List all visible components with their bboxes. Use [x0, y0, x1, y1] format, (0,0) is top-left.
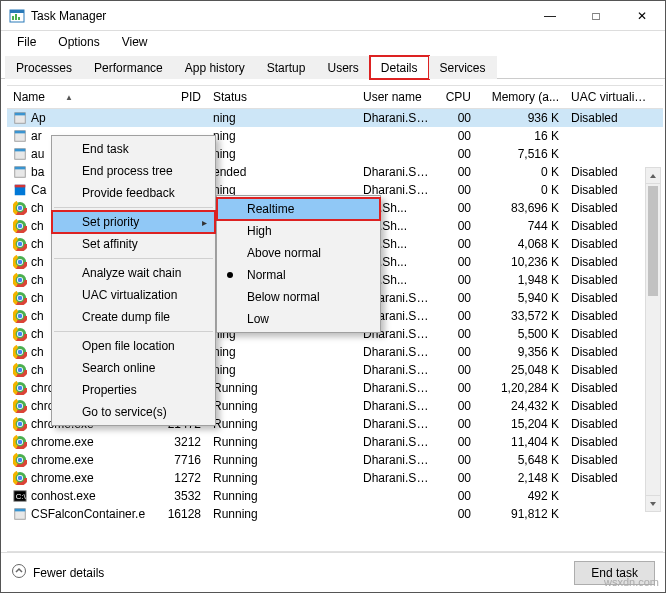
- process-user: Dharani.Sh...: [357, 453, 437, 467]
- scroll-up-icon[interactable]: [646, 168, 660, 184]
- process-icon: [13, 471, 27, 485]
- table-row[interactable]: chrome.exe7716RunningDharani.Sh...005,64…: [7, 451, 663, 469]
- process-user: Dharani.Sh...: [357, 399, 437, 413]
- process-mem: 1,20,284 K: [477, 381, 565, 395]
- process-mem: 11,404 K: [477, 435, 565, 449]
- tab-services[interactable]: Services: [429, 56, 497, 79]
- col-header-cpu[interactable]: CPU: [437, 90, 477, 104]
- process-uac: Disabled: [565, 453, 655, 467]
- minimize-button[interactable]: —: [527, 1, 573, 31]
- col-header-status[interactable]: Status: [207, 90, 357, 104]
- table-row[interactable]: CSFalconContainer.e16128Running0091,812 …: [7, 505, 663, 523]
- svg-point-19: [18, 206, 23, 211]
- process-cpu: 00: [437, 165, 477, 179]
- menu-item-set-priority[interactable]: Set priority: [52, 211, 215, 233]
- process-icon: [13, 327, 27, 341]
- priority-item-high[interactable]: High: [217, 220, 380, 242]
- window-title: Task Manager: [31, 9, 527, 23]
- process-cpu: 00: [437, 345, 477, 359]
- table-row[interactable]: chrome.exe1272RunningDharani.Sh...002,14…: [7, 469, 663, 487]
- menu-item-end-process-tree[interactable]: End process tree: [52, 160, 215, 182]
- menu-item-provide-feedback[interactable]: Provide feedback: [52, 182, 215, 204]
- process-cpu: 00: [437, 363, 477, 377]
- process-uac: Disabled: [565, 309, 655, 323]
- table-row[interactable]: chrome.exe3212RunningDharani.Sh...0011,4…: [7, 433, 663, 451]
- process-user: Dharani.Sh...: [357, 471, 437, 485]
- menu-item-search-online[interactable]: Search online: [52, 357, 215, 379]
- svg-rect-3: [15, 14, 17, 20]
- col-header-mem[interactable]: Memory (a...: [477, 90, 565, 104]
- process-mem: 1,948 K: [477, 273, 565, 287]
- priority-item-realtime[interactable]: Realtime: [217, 198, 380, 220]
- scroll-thumb[interactable]: [648, 186, 658, 296]
- svg-point-59: [18, 350, 23, 355]
- process-mem: 7,516 K: [477, 147, 565, 161]
- menu-file[interactable]: File: [7, 33, 46, 51]
- process-uac: Disabled: [565, 255, 655, 269]
- svg-point-74: [18, 404, 23, 409]
- process-cpu: 00: [437, 471, 477, 485]
- process-user: Dharani.Sh...: [357, 165, 437, 179]
- priority-item-below-normal[interactable]: Below normal: [217, 286, 380, 308]
- menu-item-properties[interactable]: Properties: [52, 379, 215, 401]
- process-mem: 25,048 K: [477, 363, 565, 377]
- fewer-details-button[interactable]: Fewer details: [11, 563, 104, 582]
- svg-rect-2: [12, 16, 14, 20]
- priority-item-normal[interactable]: Normal: [217, 264, 380, 286]
- svg-rect-1: [10, 10, 24, 13]
- menu-item-set-affinity[interactable]: Set affinity: [52, 233, 215, 255]
- scroll-down-icon[interactable]: [646, 495, 660, 511]
- process-cpu: 00: [437, 255, 477, 269]
- menu-item-create-dump-file[interactable]: Create dump file: [52, 306, 215, 328]
- process-uac: Disabled: [565, 381, 655, 395]
- process-cpu: 00: [437, 489, 477, 503]
- process-name: conhost.exe: [31, 489, 96, 503]
- process-cpu: 00: [437, 201, 477, 215]
- collapse-icon: [11, 563, 27, 582]
- tab-app-history[interactable]: App history: [174, 56, 256, 79]
- svg-point-69: [18, 386, 23, 391]
- svg-point-89: [18, 458, 23, 463]
- close-button[interactable]: ✕: [619, 1, 665, 31]
- process-pid: 7716: [152, 453, 207, 467]
- process-status: Running: [207, 507, 357, 521]
- col-header-name[interactable]: Name▲: [7, 90, 152, 104]
- table-row[interactable]: ApningDharani.Sh...00936 KDisabled: [7, 109, 663, 127]
- svg-rect-10: [15, 149, 26, 152]
- process-cpu: 00: [437, 237, 477, 251]
- col-header-user[interactable]: User name: [357, 90, 437, 104]
- process-uac: Disabled: [565, 201, 655, 215]
- process-icon: [13, 363, 27, 377]
- process-cpu: 00: [437, 417, 477, 431]
- process-cpu: 00: [437, 291, 477, 305]
- tab-details[interactable]: Details: [370, 56, 429, 79]
- vertical-scrollbar[interactable]: [645, 167, 661, 512]
- priority-item-above-normal[interactable]: Above normal: [217, 242, 380, 264]
- process-cpu: 00: [437, 453, 477, 467]
- tab-performance[interactable]: Performance: [83, 56, 174, 79]
- menu-item-uac-virtualization[interactable]: UAC virtualization: [52, 284, 215, 306]
- maximize-button[interactable]: □: [573, 1, 619, 31]
- process-user: Dharani.Sh...: [357, 417, 437, 431]
- menu-item-analyze-wait-chain[interactable]: Analyze wait chain: [52, 262, 215, 284]
- tab-users[interactable]: Users: [316, 56, 369, 79]
- menu-item-end-task[interactable]: End task: [52, 138, 215, 160]
- process-icon: [13, 381, 27, 395]
- process-mem: 5,940 K: [477, 291, 565, 305]
- table-row[interactable]: C:\conhost.exe3532Running00492 K: [7, 487, 663, 505]
- col-header-uac[interactable]: UAC virtualizat...: [565, 90, 655, 104]
- process-uac: Disabled: [565, 183, 655, 197]
- tab-startup[interactable]: Startup: [256, 56, 317, 79]
- process-mem: 2,148 K: [477, 471, 565, 485]
- tab-processes[interactable]: Processes: [5, 56, 83, 79]
- menu-view[interactable]: View: [112, 33, 158, 51]
- menu-divider: [54, 207, 213, 208]
- process-icon: [13, 507, 27, 521]
- process-mem: 83,696 K: [477, 201, 565, 215]
- menu-item-go-to-service-s-[interactable]: Go to service(s): [52, 401, 215, 423]
- menu-item-open-file-location[interactable]: Open file location: [52, 335, 215, 357]
- menu-options[interactable]: Options: [48, 33, 109, 51]
- priority-item-low[interactable]: Low: [217, 308, 380, 330]
- process-icon: [13, 435, 27, 449]
- col-header-pid[interactable]: PID: [152, 90, 207, 104]
